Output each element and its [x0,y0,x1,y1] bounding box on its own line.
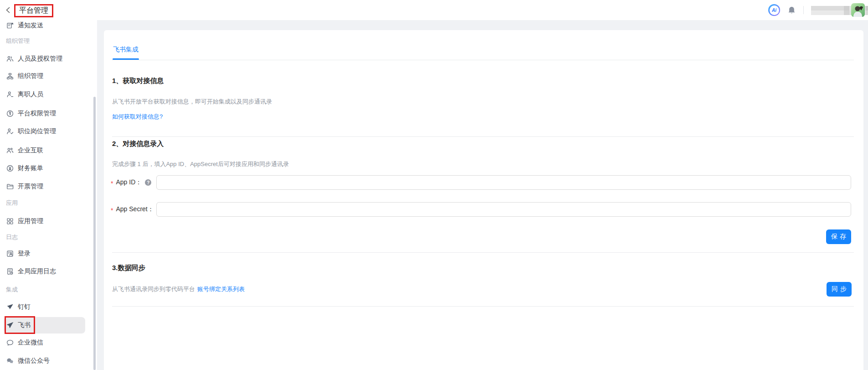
sidebar-item-notification-send[interactable]: 通知发送 [0,20,97,34]
section1-help-link-wrap: 如何获取对接信息? [112,113,163,121]
user-leave-icon [6,91,14,98]
top-header: 平台管理 Ai [0,0,868,20]
user-check-icon [6,128,14,135]
sidebar-item-wecom[interactable]: 企业微信 [0,334,97,351]
app-secret-row: * App Secret： ? [104,202,863,217]
sidebar-item-finance-bill[interactable]: 财务账单 [0,160,97,177]
header-divider [803,6,804,14]
required-asterisk: * [111,180,113,187]
sidebar-section-organization: 组织管理 [0,33,97,49]
bell-icon[interactable] [787,6,796,15]
enterprise-link-icon [6,147,14,154]
section2-divider [112,252,854,253]
app-id-label-group: * App ID： ? [111,175,151,190]
sidebar-nav: 通知发送 组织管理 人员及授权管理 组织管理 离职人员 平台权限管理 职位岗位管… [0,20,97,370]
sidebar-item-platform-permission[interactable]: 平台权限管理 [0,105,97,122]
section2-title: 2、对接信息录入 [112,140,164,148]
sidebar-item-dingtalk[interactable]: 钉钉 [0,299,97,315]
finance-yuan-icon [6,165,14,172]
wechat-icon [6,357,14,365]
sidebar-item-app-management[interactable]: 应用管理 [0,213,97,229]
feishu-integration-card: 飞书集成 1、获取对接信息 从飞书开放平台获取对接信息，即可开始集成以及同步通讯… [104,30,863,370]
notification-send-icon [6,22,14,29]
username-redacted [811,6,844,10]
app-id-label: App ID： [116,178,142,187]
section3-title: 3.数据同步 [112,264,145,272]
app-id-input[interactable] [156,175,851,190]
account-binding-list-link[interactable]: 账号绑定关系列表 [197,285,245,293]
sidebar-item-wechat-official[interactable]: 微信公众号 [0,353,97,369]
wecom-icon [6,339,14,346]
tab-feishu-integration[interactable]: 飞书集成 [113,46,139,54]
annotation-box-feishu [5,316,35,334]
sidebar-item-global-app-log[interactable]: 全局应用日志 [0,263,97,280]
section3-divider [112,306,854,307]
invoice-folder-icon [6,183,14,190]
app-secret-input[interactable] [156,202,851,217]
required-asterisk: * [111,207,113,214]
question-circle-icon[interactable]: ? [145,179,151,186]
sidebar-section-logs: 日志 [0,229,97,245]
org-structure-icon [6,73,14,80]
annotation-box-header: 平台管理 [14,4,53,17]
sidebar-item-enterprise-link[interactable]: 企业互联 [0,142,97,159]
sidebar-item-invoice[interactable]: 开票管理 [0,178,97,195]
global-log-icon [6,268,14,275]
app-secret-label-group: * App Secret： ? [111,202,164,217]
dingtalk-icon [6,303,14,311]
user-avatar[interactable] [851,3,865,17]
sidebar-item-resigned[interactable]: 离职人员 [0,86,97,103]
section2-desc: 完成步骤 1 后，填入App ID、AppSecret后可对接应用和同步通讯录 [112,160,289,168]
how-to-get-info-link[interactable]: 如何获取对接信息? [112,113,163,120]
login-log-icon [6,250,14,257]
content-background: 飞书集成 1、获取对接信息 从飞书开放平台获取对接信息，即可开始集成以及同步通讯… [97,20,868,370]
section1-desc: 从飞书开放平台获取对接信息，即可开始集成以及同步通讯录 [112,98,272,106]
sidebar-item-personnel-auth[interactable]: 人员及授权管理 [0,51,97,67]
app-secret-label: App Secret： [116,205,154,214]
section3-desc: 从飞书通讯录同步到零代码平台 [112,285,195,293]
section3-desc-row: 从飞书通讯录同步到零代码平台 账号绑定关系列表 [112,282,245,297]
tab-divider [112,60,854,60]
sidebar-item-position-management[interactable]: 职位岗位管理 [0,123,97,140]
sidebar-section-integration: 集成 [0,281,97,298]
permission-key-icon [6,110,14,117]
apps-grid-icon [6,218,14,225]
back-chevron-icon[interactable] [4,5,13,15]
sync-button[interactable]: 同步 [827,282,852,297]
page-title: 平台管理 [19,6,48,16]
sidebar-item-org-management[interactable]: 组织管理 [0,68,97,84]
section1-title: 1、获取对接信息 [112,77,164,85]
section1-divider [112,136,854,137]
ai-assistant-icon[interactable]: Ai [768,4,780,16]
app-id-row: * App ID： ? [104,175,863,190]
users-icon [6,55,14,63]
sidebar-section-apps: 应用 [0,195,97,211]
save-button[interactable]: 保存 [826,229,851,244]
sidebar-item-login-log[interactable]: 登录 [0,245,97,262]
